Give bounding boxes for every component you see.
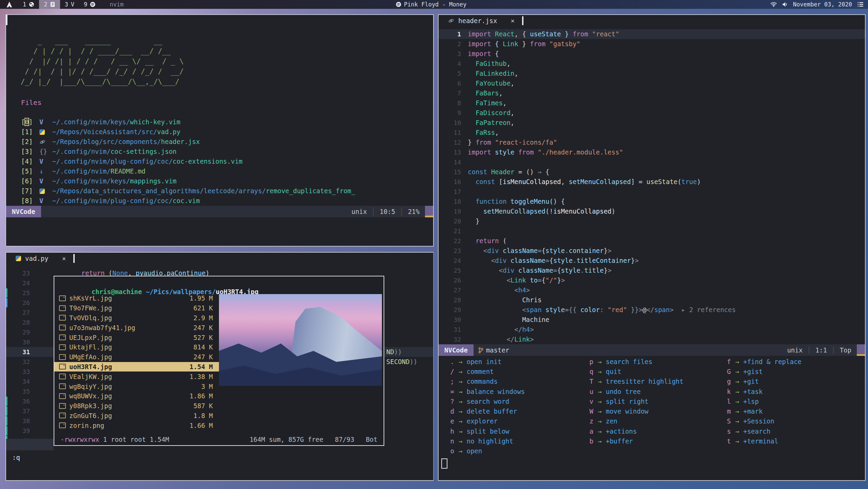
which-key-binding[interactable]: h→split below: [445, 426, 525, 436]
which-key-binding[interactable]: t→+terminal: [722, 436, 801, 446]
which-key-binding[interactable]: n→no highlight: [445, 436, 525, 446]
tab-vad-label[interactable]: vad.py: [25, 255, 49, 262]
mode-color-block: [857, 344, 865, 356]
which-key-binding[interactable]: o→open: [445, 446, 525, 456]
token: Link: [511, 276, 526, 284]
recent-file-row[interactable]: [4]V~/.config/nvim/plug-config/coc/coc-e…: [6, 157, 432, 166]
token: }: [561, 30, 573, 38]
line-number: 18: [439, 197, 461, 206]
which-key-binding[interactable]: g→+git: [722, 377, 801, 386]
tab-header-label[interactable]: header.jsx: [458, 17, 497, 24]
popup-file-row[interactable]: UEJLpxP.jpg527 K: [54, 332, 220, 342]
token: className: [518, 267, 553, 274]
code-text: <h4>: [439, 285, 865, 295]
tab-close-icon[interactable]: ×: [511, 17, 514, 24]
token: <: [468, 267, 503, 274]
token: ND: [386, 348, 394, 356]
which-key-binding[interactable]: ?→search word: [445, 396, 525, 406]
which-key-binding[interactable]: T→treesitter highlight: [585, 377, 683, 386]
which-key-binding[interactable]: e→explorer: [445, 416, 525, 426]
which-key-binding[interactable]: v→split right: [585, 396, 683, 406]
popup-file-row[interactable]: UMgEfAo.jpg247 K: [54, 352, 220, 362]
recent-file-row[interactable]: [6]V~/.config/nvim/keys/mappings.vim: [6, 176, 432, 186]
token: div: [495, 257, 506, 264]
recent-file-row[interactable]: [8]V~/.config/nvim/plug-config/coc/coc.v…: [6, 196, 432, 206]
clipped-line-tail: ND)): [386, 347, 402, 357]
which-key-binding[interactable]: u→undo tree: [585, 386, 683, 396]
token: {: [541, 276, 545, 284]
token: <: [468, 276, 511, 284]
buffer-line: 23 <div className={style.container}>: [439, 246, 865, 256]
which-key-binding[interactable]: f→+find & replace: [722, 357, 801, 366]
window-vad-py[interactable]: vad.py × 23 return (None, pyaudio.paCont…: [5, 252, 434, 481]
which-key-binding[interactable]: q→quit: [585, 366, 683, 376]
recent-file-row[interactable]: [3]{}~/.config/nvim/coc-settings.json: [6, 147, 432, 157]
which-key-binding[interactable]: S→+Session: [722, 416, 801, 426]
file-icon: V: [39, 196, 52, 206]
popup-file-row[interactable]: VEaljKW.jpg1.38 M: [54, 372, 220, 381]
recent-file-row[interactable]: [1]~/Repos/VoiceAssistant/src/vad.py: [6, 127, 432, 137]
code-text: <div className={style.container}>: [439, 246, 865, 256]
popup-file-name: UktajFl.jpg: [69, 343, 112, 351]
which-key-binding[interactable]: k→+task: [722, 386, 801, 396]
which-key-binding[interactable]: s→+search: [722, 426, 801, 436]
tab-close-icon[interactable]: ×: [62, 255, 66, 262]
binding-description: commands: [466, 378, 498, 385]
volume-icon[interactable]: [782, 2, 788, 7]
popup-file-row[interactable]: zorin.png1.66 M: [54, 420, 220, 430]
which-key-binding[interactable]: .→open init: [445, 357, 525, 366]
popup-file-size: 1.95 M: [189, 294, 213, 302]
which-key-binding[interactable]: p→search files: [585, 357, 683, 366]
which-key-binding[interactable]: /→comment: [445, 366, 525, 376]
buffer-line: 16 const [isMenuCollapsed, setMenuCollap…: [439, 177, 865, 187]
which-key-binding[interactable]: l→+lsp: [722, 396, 801, 406]
which-key-binding[interactable]: =→balance windows: [445, 386, 525, 396]
popup-file-name: TvOVDlq.jpg: [69, 314, 112, 322]
window-nvim-dashboard[interactable]: _ ___ ______ __ / | / / | / / ____/___ _…: [5, 14, 434, 247]
token: <: [468, 306, 526, 313]
recent-file-row[interactable]: [0]V~/.config/nvim/keys/which-key.vim: [6, 117, 432, 127]
popup-file-name: wqBUWVx.jpg: [69, 392, 112, 400]
recent-file-row[interactable]: [7]~/Repos/data_structures_and_algorithm…: [6, 186, 432, 196]
wifi-icon[interactable]: [770, 2, 777, 7]
binding-key: b: [585, 437, 593, 445]
popup-file-row[interactable]: y08Rpk3.jpg587 K: [54, 401, 220, 411]
recent-file-row[interactable]: [2]~/Repos/blog/src/components/header.js…: [6, 137, 432, 147]
recent-file-row[interactable]: [5]↓~/.config/nvim/README.md: [6, 166, 432, 176]
header-buffer-lines: 1import React, { useState } from "react"…: [439, 29, 865, 344]
popup-file-row[interactable]: u7o3nwab7fy41.jpg247 K: [54, 323, 220, 332]
markdown-icon: ↓: [39, 166, 43, 176]
which-key-binding[interactable]: m→+mark: [722, 406, 801, 416]
popup-file-row[interactable]: shKsVrL.jpg1.95 M: [54, 293, 220, 303]
popup-file-row[interactable]: UktajFl.jpg814 K: [54, 342, 220, 352]
line-number: 28: [439, 295, 461, 305]
now-playing-text: Pink Floyd - Money: [404, 1, 466, 8]
which-key-binding[interactable]: a→+actions: [585, 426, 683, 436]
command-line[interactable]: :q: [12, 454, 20, 461]
popup-file-row[interactable]: T9o7FWe.jpg621 K: [54, 303, 220, 313]
workspace-9[interactable]: 9: [79, 0, 100, 9]
file-directory: ~/Repos/blog/src/components/: [52, 137, 161, 147]
token: (!: [546, 207, 553, 215]
workspace-2[interactable]: 2: [39, 0, 60, 9]
line-number: 12: [439, 138, 461, 147]
popup-file-row[interactable]: zGnGuT6.jpg1.8 M: [54, 411, 220, 421]
which-key-binding[interactable]: W→move window: [585, 406, 683, 416]
window-header-jsx[interactable]: header.jsx × 1import React, { useState }…: [438, 14, 866, 481]
workspace-1[interactable]: 1: [18, 0, 39, 9]
file-directory: ~/.config/nvim/plug-config/coc/: [52, 157, 173, 166]
separator: │: [831, 346, 835, 354]
popup-file-row[interactable]: wgBqiyY.jpg3 M: [54, 381, 220, 391]
popup-file-row[interactable]: uoH3RT4.jpg1.54 M: [54, 362, 220, 372]
workspace-3[interactable]: 3 V: [60, 0, 79, 9]
which-key-binding[interactable]: ;→commands: [445, 377, 525, 386]
menu-list-icon[interactable]: [857, 2, 864, 7]
which-key-binding[interactable]: G→+gist: [722, 366, 801, 376]
which-key-binding[interactable]: b→+buffer: [585, 436, 683, 446]
popup-file-row[interactable]: wqBUWVx.jpg1.86 M: [54, 391, 220, 401]
popup-file-size: 527 K: [193, 334, 213, 341]
buffer-line: 18 function toggleMenu() {: [439, 197, 865, 206]
popup-file-row[interactable]: TvOVDlq.jpg2.9 M: [54, 313, 220, 323]
which-key-binding[interactable]: d→delete buffer: [445, 406, 525, 416]
which-key-binding[interactable]: z→zen: [585, 416, 683, 426]
